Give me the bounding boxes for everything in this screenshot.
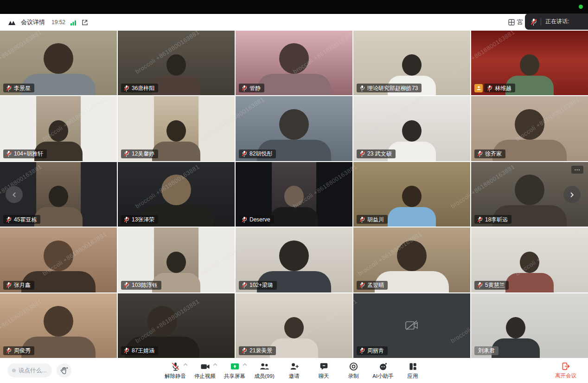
quick-chat-pill[interactable] [7,364,52,377]
mic-muted-icon [6,151,12,157]
participant-tile[interactable]: 104+胡雅轩 [0,96,117,161]
participant-name: 82胡悦彤 [249,150,272,157]
grid-view-label: 宫 [517,18,523,26]
share-screen-icon [230,362,240,371]
participant-tile[interactable]: 23 武文硕 [353,96,470,161]
participant-label: 胡益川 [357,215,388,224]
button-label: 邀请 [289,373,300,380]
apps-icon [408,362,418,371]
participant-tile[interactable]: 周丽青 [353,293,470,358]
mic-muted-icon [123,85,129,91]
participant-tile[interactable]: 徐齐家 [471,96,588,161]
mic-muted-icon [530,18,537,25]
mic-muted-icon [486,85,492,91]
prev-page-button[interactable]: ‹ [6,186,23,203]
ai-assistant-button[interactable]: AI小助手 [370,359,396,382]
participant-tile[interactable]: 13张泽荣 [118,162,235,227]
participant-label: 孟翌晴 [357,281,388,290]
record-button[interactable]: 录制 [340,359,366,382]
participant-tile[interactable]: 林维越 [471,31,588,95]
chat-input[interactable] [19,367,47,374]
mic-muted-icon [359,282,365,288]
mic-muted-icon [359,216,365,222]
participant-tile[interactable]: 82胡悦彤 [236,96,352,161]
next-page-button[interactable]: › [563,186,581,203]
participant-tile[interactable]: 36唐梓阳 [118,31,235,95]
mic-muted-icon [241,151,247,157]
participant-label: 周俊秀 [3,346,34,355]
participant-label: 82胡悦彤 [239,149,276,158]
participant-label: 45霍亚栋 [3,215,40,224]
participant-label: 102+梁璐 [239,281,277,290]
open-in-new-icon[interactable] [81,19,88,26]
participant-name: 徐齐家 [485,150,502,157]
participant-tile[interactable]: 管静 [236,31,352,95]
apps-button[interactable]: 应用 [400,359,426,382]
participant-label: Deserve [239,215,274,224]
button-label: 解除静音 [165,373,186,380]
participant-name: 45霍亚栋 [14,216,37,223]
participant-tile[interactable]: 12吴馨婷 [118,96,235,161]
participant-label: 理论研究部赵柳皓73 [357,84,422,92]
ai-assistant-icon [378,362,388,371]
speaking-indicator[interactable]: 正在讲话: [525,13,588,30]
raise-hand-button[interactable] [57,364,71,377]
chat-button[interactable]: 聊天 [311,359,337,382]
participant-name: 23 武文硕 [367,150,392,157]
invite-button[interactable]: 邀请 [281,359,307,382]
participant-tile[interactable]: 胡益川 [353,162,470,227]
participant-tile[interactable]: 理论研究部赵柳皓73 [353,31,470,95]
tile-more-button[interactable]: ⋯ [571,166,583,174]
participant-label: 刘承君 [474,346,499,355]
mic-muted-icon [359,348,365,354]
button-label: 聊天 [319,373,329,380]
participant-label: 李景星 [3,84,34,92]
participant-tile[interactable]: 21裴美景 [236,293,352,358]
participant-label: 管静 [239,84,264,92]
participant-tile[interactable]: 102+梁璐 [236,227,352,292]
unmute-button[interactable]: 解除静音 [162,359,188,382]
status-green-dot [579,5,583,9]
divider [541,18,541,26]
mic-muted-icon [477,282,483,288]
grid-view-button[interactable]: 宫 [508,14,523,31]
participant-tile[interactable]: 刘承君 [471,293,588,358]
meeting-details-link[interactable]: 会议详情 [21,18,45,26]
participant-name: 刘承君 [478,347,495,354]
participant-label: 18李昕远 [474,215,511,224]
emoji-icon [12,367,16,374]
participant-name: 孟翌晴 [367,282,384,288]
camera-off-icon [405,320,419,331]
stop-video-button[interactable]: 停止视频 [192,359,218,382]
mic-muted-icon [123,348,129,354]
members-button[interactable]: 成员(99) [251,359,277,382]
participant-tile[interactable]: 张月鑫 [0,227,117,292]
leave-meeting-label: 离开会议 [555,372,576,379]
participant-name: 胡益川 [367,216,384,223]
button-label: 成员(99) [254,373,274,380]
meeting-timer: 19:52 [51,19,65,26]
participant-tile[interactable]: 李景星 [0,31,117,95]
participant-tile[interactable]: 周俊秀 [0,293,117,358]
chevron-up-icon[interactable] [243,363,247,366]
mic-muted-icon [6,282,12,288]
participant-label: 36唐梓阳 [121,84,158,92]
participant-name: 理论研究部赵柳皓73 [367,85,418,91]
network-signal-icon[interactable] [70,19,77,26]
participant-name: 5黄慧兰 [485,282,505,288]
chevron-up-icon[interactable] [214,363,217,366]
participant-tile[interactable]: 87王婧涵 [118,293,235,358]
participant-tile[interactable]: Deserve [236,162,352,227]
button-label: 应用 [408,373,418,380]
participant-tile[interactable]: 103陈淳钰 [118,227,235,292]
participant-tile[interactable]: 5黄慧兰 [471,227,588,292]
mic-muted-icon [6,85,12,91]
share-screen-button[interactable]: 共享屏幕 [222,359,248,382]
participant-tile[interactable]: 孟翌晴 [353,227,470,292]
participant-name: 104+胡雅轩 [14,150,43,157]
participant-name: 13张泽荣 [132,216,154,223]
participant-name: 21裴美景 [249,347,272,354]
leave-meeting-button[interactable]: 离开会议 [552,359,580,382]
participant-label: 张月鑫 [3,281,34,290]
chevron-up-icon[interactable] [184,363,187,366]
